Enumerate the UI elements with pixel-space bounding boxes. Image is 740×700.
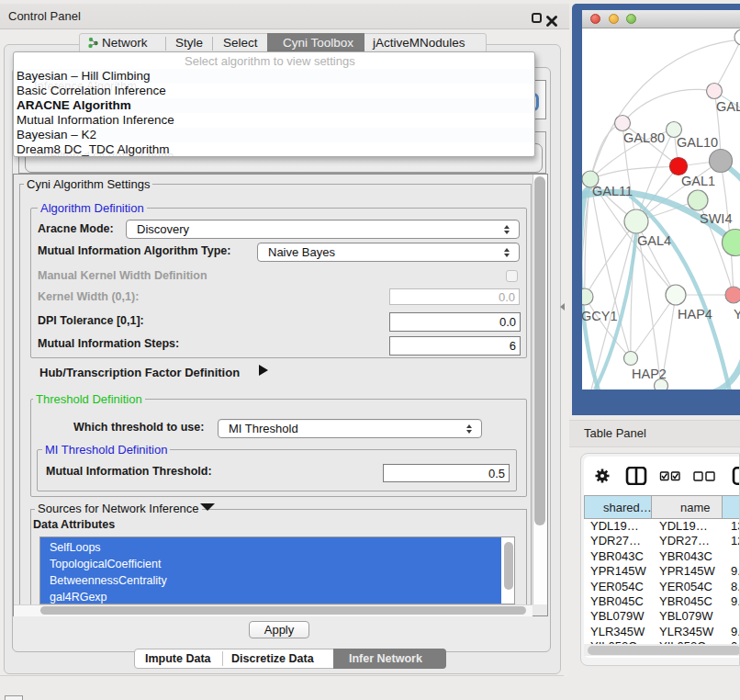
svg-text:GCY1: GCY1 xyxy=(582,309,618,323)
svg-text:SWI4: SWI4 xyxy=(700,211,732,226)
svg-text:Y: Y xyxy=(734,307,740,322)
svg-text:GAL1: GAL1 xyxy=(681,174,715,188)
svg-text:HAP4: HAP4 xyxy=(678,307,712,322)
svg-text:GAL4: GAL4 xyxy=(637,233,671,248)
svg-text:HAP2: HAP2 xyxy=(632,367,667,381)
svg-text:GAL10: GAL10 xyxy=(677,135,718,150)
svg-text:GAL80: GAL80 xyxy=(623,130,665,145)
svg-text:GAL: GAL xyxy=(716,99,740,114)
svg-text:GAL11: GAL11 xyxy=(592,184,633,198)
